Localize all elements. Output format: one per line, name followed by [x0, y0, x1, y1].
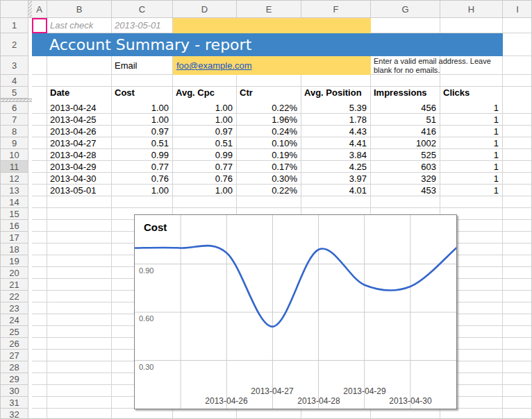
table-cell[interactable]: 1002	[371, 137, 440, 149]
table-cell[interactable]: 2013-04-27	[47, 137, 112, 149]
table-cell[interactable]: 0.17%	[237, 161, 301, 173]
table-cell[interactable]: 2013-04-25	[47, 114, 112, 126]
table-cell[interactable]: 329	[371, 173, 440, 185]
table-cell[interactable]: 1.00	[173, 102, 237, 114]
column-header-e[interactable]: E	[237, 1, 301, 18]
table-cell[interactable]: 0.77	[112, 161, 173, 173]
table-cell[interactable]: 0.99	[173, 149, 237, 161]
cell-last-check-label[interactable]: Last check	[47, 18, 112, 33]
table-cell[interactable]: 2013-05-01	[47, 185, 112, 196]
row-header-22[interactable]: 22	[1, 291, 28, 302]
table-cell[interactable]: 1	[440, 126, 503, 137]
table-cell[interactable]: 0.22%	[237, 185, 301, 196]
row-header-10[interactable]: 10	[1, 149, 28, 161]
cell-email-label[interactable]: Email	[112, 56, 173, 75]
table-cell[interactable]: 2013-04-28	[47, 149, 112, 161]
table-cell[interactable]: 4.41	[301, 137, 371, 149]
table-cell[interactable]: 2013-04-24	[47, 102, 112, 114]
table-cell[interactable]: 1.00	[173, 185, 237, 196]
cell-last-check-date[interactable]: 2013-05-01	[112, 18, 173, 33]
row-header-31[interactable]: 31	[1, 397, 28, 409]
column-header-c[interactable]: C	[112, 1, 173, 18]
table-cell[interactable]: 0.22%	[237, 102, 301, 114]
row-header-21[interactable]: 21	[1, 279, 28, 291]
corner-cell[interactable]	[1, 1, 28, 18]
row-header-8[interactable]: 8	[1, 126, 28, 137]
row-header-3[interactable]: 3	[1, 56, 28, 75]
row-header-16[interactable]: 16	[1, 220, 28, 232]
row-header-12[interactable]: 12	[1, 173, 28, 185]
row-header-2[interactable]: 2	[1, 33, 28, 56]
row-header-14[interactable]: 14	[1, 196, 28, 208]
highlighted-range-d1-f1[interactable]	[173, 18, 371, 33]
column-header-a[interactable]: A	[32, 1, 47, 18]
table-header-cell[interactable]: Ctr	[237, 87, 301, 99]
row-header-20[interactable]: 20	[1, 267, 28, 279]
table-cell[interactable]: 1.96%	[237, 114, 301, 126]
table-cell[interactable]: 4.43	[301, 126, 371, 137]
column-header-h[interactable]: H	[440, 1, 503, 18]
table-cell[interactable]: 453	[371, 185, 440, 196]
table-cell[interactable]: 1	[440, 173, 503, 185]
table-cell[interactable]: 0.76	[112, 173, 173, 185]
row-header-19[interactable]: 19	[1, 255, 28, 267]
row-header-25[interactable]: 25	[1, 326, 28, 338]
table-cell[interactable]: 1.00	[173, 114, 237, 126]
row-header-7[interactable]: 7	[1, 114, 28, 126]
report-title-cell[interactable]: Account Summary - report	[32, 33, 503, 56]
table-cell[interactable]: 4.01	[301, 185, 371, 196]
table-cell[interactable]: 0.51	[173, 137, 237, 149]
row-header-32[interactable]: 32	[1, 409, 28, 419]
table-cell[interactable]: 0.99	[112, 149, 173, 161]
email-link[interactable]: foo@example.com	[176, 60, 252, 71]
row-header-29[interactable]: 29	[1, 373, 28, 385]
table-cell[interactable]: 0.19%	[237, 149, 301, 161]
table-cell[interactable]: 0.51	[112, 137, 173, 149]
row-header-1[interactable]: 1	[1, 18, 28, 33]
row-header-13[interactable]: 13	[1, 185, 28, 196]
row-header-18[interactable]: 18	[1, 243, 28, 255]
table-cell[interactable]: 1.00	[112, 102, 173, 114]
table-header-cell[interactable]: Avg. Cpc	[173, 87, 237, 99]
table-cell[interactable]: 5.39	[301, 102, 371, 114]
table-cell[interactable]: 1	[440, 102, 503, 114]
table-cell[interactable]: 1	[440, 149, 503, 161]
table-header-cell[interactable]: Impressions	[371, 87, 440, 99]
row-header-4[interactable]: 4	[1, 75, 28, 87]
table-cell[interactable]: 1.00	[112, 185, 173, 196]
table-cell[interactable]: 2013-04-30	[47, 173, 112, 185]
table-cell[interactable]: 1	[440, 161, 503, 173]
row-header-26[interactable]: 26	[1, 338, 28, 350]
table-cell[interactable]: 2013-04-29	[47, 161, 112, 173]
row-header-24[interactable]: 24	[1, 314, 28, 326]
table-cell[interactable]: 0.97	[173, 126, 237, 137]
table-cell[interactable]: 0.97	[112, 126, 173, 137]
table-cell[interactable]: 2013-04-26	[47, 126, 112, 137]
column-header-f[interactable]: F	[301, 1, 371, 18]
table-cell[interactable]: 456	[371, 102, 440, 114]
row-header-27[interactable]: 27	[1, 350, 28, 361]
row-header-9[interactable]: 9	[1, 137, 28, 149]
row-header-11[interactable]: 11	[1, 161, 28, 173]
table-cell[interactable]: 1	[440, 137, 503, 149]
table-header-cell[interactable]: Cost	[112, 87, 173, 99]
table-header-cell[interactable]: Avg. Position	[301, 87, 371, 99]
column-header-i[interactable]: I	[503, 1, 532, 18]
table-cell[interactable]: 0.77	[173, 161, 237, 173]
table-cell[interactable]: 51	[371, 114, 440, 126]
column-header-g[interactable]: G	[371, 1, 440, 18]
table-cell[interactable]: 1	[440, 185, 503, 196]
table-cell[interactable]: 1.78	[301, 114, 371, 126]
table-header-cell[interactable]: Date	[47, 87, 112, 99]
table-cell[interactable]: 4.25	[301, 161, 371, 173]
cost-chart[interactable]: Cost 0.300.600.902013-04-262013-04-27201…	[134, 214, 457, 409]
row-header-17[interactable]: 17	[1, 232, 28, 243]
table-cell[interactable]: 1.00	[112, 114, 173, 126]
table-cell[interactable]: 1	[440, 114, 503, 126]
row-header-28[interactable]: 28	[1, 361, 28, 373]
table-cell[interactable]: 0.30%	[237, 173, 301, 185]
column-header-b[interactable]: B	[47, 1, 112, 18]
table-cell[interactable]: 0.76	[173, 173, 237, 185]
row-header-6[interactable]: 6	[1, 102, 28, 114]
row-header-15[interactable]: 15	[1, 208, 28, 220]
